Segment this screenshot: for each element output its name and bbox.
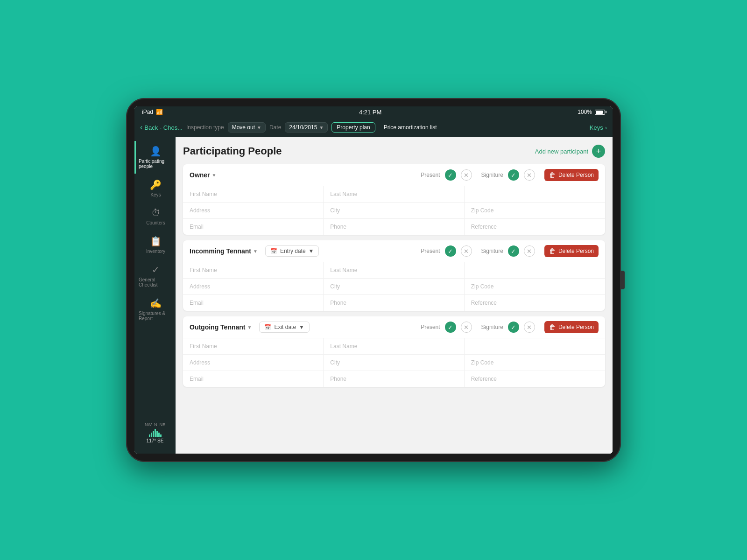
sidebar-label-signatures: Signatures & Report <box>139 311 173 321</box>
owner-reference[interactable]: Reference <box>465 219 605 235</box>
incoming-city[interactable]: City <box>324 279 464 294</box>
incoming-zip[interactable]: Zip Code <box>465 279 605 294</box>
outgoing-phone[interactable]: Phone <box>324 371 464 387</box>
sidebar: 👤 Participating people 🔑 Keys ⏱ Counters… <box>134 137 176 454</box>
outgoing-email[interactable]: Email <box>183 371 324 387</box>
incoming-tenant-card: Incomming Tennant ▼ 📅 Entry date ▼ Prese… <box>183 240 605 311</box>
owner-present-check[interactable]: ✓ <box>445 169 456 181</box>
inventory-icon: 📋 <box>150 236 162 247</box>
owner-email[interactable]: Email <box>183 219 324 235</box>
incoming-address[interactable]: Address <box>183 279 324 294</box>
incoming-signature-check[interactable]: ✓ <box>508 245 519 257</box>
outgoing-signature-check[interactable]: ✓ <box>508 322 519 333</box>
outgoing-present-label: Present <box>421 324 440 330</box>
incoming-present-check[interactable]: ✓ <box>445 245 456 257</box>
keys-chevron-icon: › <box>605 124 607 131</box>
property-plan-button[interactable]: Property plan <box>331 122 375 133</box>
incoming-row-3: Email Phone Reference <box>183 295 605 311</box>
outgoing-delete-button[interactable]: 🗑 Delete Person <box>544 321 599 333</box>
owner-city[interactable]: City <box>324 203 464 218</box>
incoming-row-1: First Name Last Name <box>183 262 605 279</box>
incoming-phone[interactable]: Phone <box>324 295 464 311</box>
owner-signature-check[interactable]: ✓ <box>508 169 519 181</box>
exit-date-picker[interactable]: 📅 Exit date ▼ <box>259 322 310 333</box>
outgoing-signature-x[interactable]: ✕ <box>524 322 535 333</box>
sidebar-item-signatures[interactable]: ✍ Signatures & Report <box>134 293 176 326</box>
sidebar-label-counters: Counters <box>146 220 165 225</box>
owner-first-name[interactable]: First Name <box>183 186 324 202</box>
inspection-type-dropdown[interactable]: Move out ▼ <box>228 122 266 133</box>
outgoing-city[interactable]: City <box>324 355 464 371</box>
owner-signature-x[interactable]: ✕ <box>524 169 535 181</box>
incoming-type-label: Incomming Tennant ▼ <box>190 247 258 255</box>
outgoing-last-name[interactable]: Last Name <box>324 338 464 354</box>
owner-phone[interactable]: Phone <box>324 219 464 235</box>
keys-sidebar-icon: 🔑 <box>150 179 162 190</box>
compass-degree: 117° SE <box>139 438 171 443</box>
keys-button[interactable]: Keys › <box>590 124 607 131</box>
incoming-present-label: Present <box>421 248 440 254</box>
incoming-delete-button[interactable]: 🗑 Delete Person <box>544 245 599 257</box>
incoming-last-name[interactable]: Last Name <box>324 262 464 278</box>
incoming-reference[interactable]: Reference <box>465 295 605 311</box>
owner-card: Owner ▼ Present ✓ ✕ Signiture ✓ ✕ 🗑 Dele… <box>183 164 605 235</box>
back-label: Back - Chos... <box>144 124 183 131</box>
entry-date-picker[interactable]: 📅 Entry date ▼ <box>265 245 319 257</box>
owner-zip[interactable]: Zip Code <box>465 203 605 218</box>
battery-label: 100% <box>578 109 592 115</box>
back-button[interactable]: ‹ Back - Chos... <box>140 123 183 132</box>
owner-row-3: Email Phone Reference <box>183 219 605 235</box>
outgoing-row-1: First Name Last Name <box>183 338 605 355</box>
sidebar-item-inventory[interactable]: 📋 Inventory <box>134 231 176 259</box>
owner-present-x[interactable]: ✕ <box>461 169 472 181</box>
sidebar-item-keys[interactable]: 🔑 Keys <box>134 175 176 202</box>
time-display: 4:21 PM <box>359 109 381 116</box>
compass: NW N NE 117° SE <box>136 420 174 446</box>
date-label: Date <box>269 124 281 131</box>
incoming-delete-icon: 🗑 <box>549 247 556 255</box>
sidebar-item-counters[interactable]: ⏱ Counters <box>134 203 176 230</box>
owner-type-label: Owner ▼ <box>190 171 216 179</box>
outgoing-first-name[interactable]: First Name <box>183 338 324 354</box>
outgoing-zip[interactable]: Zip Code <box>465 355 605 371</box>
incoming-signature-x[interactable]: ✕ <box>524 245 535 257</box>
outgoing-address[interactable]: Address <box>183 355 324 371</box>
owner-last-name[interactable]: Last Name <box>324 186 464 202</box>
price-amortization-button[interactable]: Price amortization list <box>379 123 442 132</box>
outgoing-present-x[interactable]: ✕ <box>461 322 472 333</box>
property-plan-label: Property plan <box>337 124 370 131</box>
device-label: iPad <box>142 109 153 115</box>
incoming-present-x[interactable]: ✕ <box>461 245 472 257</box>
price-label: Price amortization list <box>384 124 437 131</box>
sidebar-label-keys: Keys <box>150 192 161 197</box>
sidebar-item-checklist[interactable]: ✓ General Checklist <box>134 259 176 292</box>
status-left: iPad 📶 <box>142 109 163 115</box>
incoming-first-name[interactable]: First Name <box>183 262 324 278</box>
owner-signature-label: Signiture <box>481 172 503 178</box>
content-area: Participating People Add new participant… <box>176 137 613 454</box>
outgoing-present-check[interactable]: ✓ <box>445 322 456 333</box>
bar-2 <box>151 433 152 437</box>
owner-delete-button[interactable]: 🗑 Delete Person <box>544 169 599 181</box>
incoming-email[interactable]: Email <box>183 295 324 311</box>
delete-icon: 🗑 <box>549 171 556 179</box>
checklist-icon: ✓ <box>152 264 160 275</box>
calendar-icon: 📅 <box>270 248 277 254</box>
date-value: 24/10/2015 <box>289 124 317 131</box>
compass-directions: NW N NE <box>139 422 171 427</box>
sidebar-label-checklist: General Checklist <box>139 277 173 287</box>
incoming-label: Incomming Tennant <box>190 247 251 255</box>
exit-date-chevron-icon: ▼ <box>299 324 304 330</box>
bar-6 <box>158 433 160 437</box>
owner-address[interactable]: Address <box>183 203 324 218</box>
inspection-type-label: Inspection type <box>186 124 224 131</box>
outgoing-type-label: Outgoing Tennant ▼ <box>190 323 252 331</box>
outgoing-reference[interactable]: Reference <box>465 371 605 387</box>
status-right: 100% <box>578 109 605 115</box>
owner-field-3 <box>465 186 605 202</box>
sidebar-item-participating-people[interactable]: 👤 Participating people <box>134 141 176 174</box>
outgoing-row-2: Address City Zip Code <box>183 355 605 371</box>
date-dropdown[interactable]: 24/10/2015 ▼ <box>285 122 328 133</box>
home-button[interactable] <box>621 271 625 289</box>
add-participant-button[interactable]: Add new participant + <box>535 145 605 158</box>
